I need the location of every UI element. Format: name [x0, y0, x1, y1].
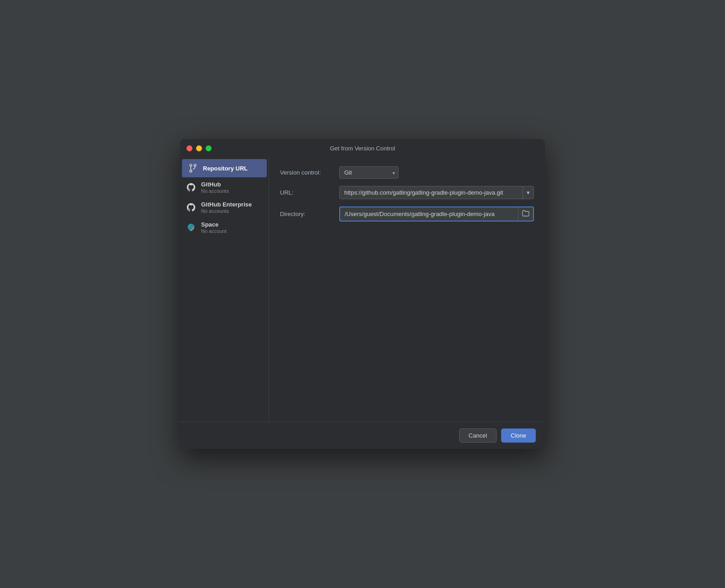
sidebar-item-space-label: Space	[201, 221, 227, 228]
space-icon	[186, 222, 197, 233]
url-input[interactable]	[340, 186, 523, 199]
vcs-select-wrapper: Git ▾	[339, 166, 399, 179]
sidebar-item-space-text: Space No account	[201, 221, 227, 234]
version-control-row: Version control: Git ▾	[280, 166, 534, 179]
sidebar-item-repository-url-text: Repository URL	[203, 165, 248, 172]
url-label: URL:	[280, 189, 339, 196]
right-panel: Version control: Git ▾ URL: ▾	[269, 157, 545, 422]
url-input-wrapper: ▾	[339, 186, 534, 199]
sidebar: Repository URL GitHub No accounts	[180, 157, 269, 422]
github-icon	[186, 182, 197, 193]
dialog-title: Get from Version Control	[330, 145, 395, 152]
sidebar-item-github-label: GitHub	[201, 181, 229, 188]
vcs-select[interactable]: Git	[339, 166, 399, 179]
titlebar: Get from Version Control	[180, 139, 545, 157]
sidebar-item-github[interactable]: GitHub No accounts	[180, 177, 269, 197]
sidebar-item-repository-url-label: Repository URL	[203, 165, 248, 172]
main-content: Repository URL GitHub No accounts	[180, 157, 545, 422]
directory-input[interactable]	[340, 208, 518, 220]
directory-input-wrapper	[339, 206, 534, 222]
directory-field-container	[339, 206, 534, 222]
browse-directory-button[interactable]	[518, 207, 533, 221]
directory-row: Directory:	[280, 206, 534, 222]
maximize-button[interactable]	[206, 145, 212, 151]
sidebar-item-github-enterprise-label: GitHub Enterprise	[201, 201, 252, 208]
sidebar-item-repository-url[interactable]: Repository URL	[182, 159, 267, 177]
vcs-icon	[187, 163, 198, 174]
minimize-button[interactable]	[196, 145, 202, 151]
get-from-vcs-dialog: Get from Version Control Re	[180, 139, 545, 449]
sidebar-item-github-enterprise-sublabel: No accounts	[201, 208, 252, 214]
traffic-lights	[186, 145, 212, 151]
sidebar-item-space-sublabel: No account	[201, 228, 227, 234]
cancel-button[interactable]: Cancel	[459, 428, 497, 443]
sidebar-item-github-enterprise-text: GitHub Enterprise No accounts	[201, 201, 252, 214]
url-dropdown-button[interactable]: ▾	[523, 186, 533, 199]
sidebar-item-github-sublabel: No accounts	[201, 188, 229, 194]
version-control-label: Version control:	[280, 169, 339, 176]
sidebar-item-github-text: GitHub No accounts	[201, 181, 229, 194]
clone-button[interactable]: Clone	[501, 428, 536, 443]
sidebar-item-github-enterprise[interactable]: GitHub Enterprise No accounts	[180, 197, 269, 217]
github-enterprise-icon	[186, 202, 197, 213]
url-field-container: ▾	[339, 186, 534, 199]
footer: Cancel Clone	[180, 422, 545, 449]
url-row: URL: ▾	[280, 186, 534, 199]
sidebar-item-space[interactable]: Space No account	[180, 217, 269, 237]
close-button[interactable]	[186, 145, 192, 151]
directory-label: Directory:	[280, 211, 339, 217]
